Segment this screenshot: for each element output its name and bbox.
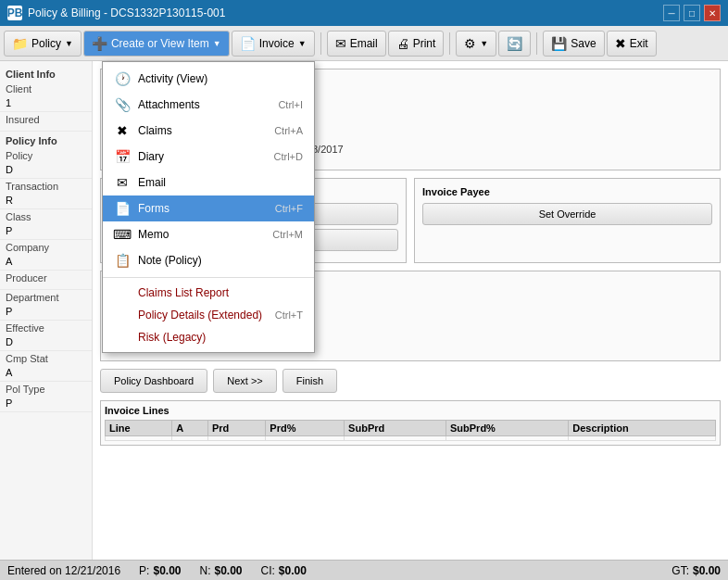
- column-header-prd: Prd: [207, 421, 265, 436]
- menu-label-6: Memo: [138, 228, 265, 241]
- p-value: $0.00: [153, 564, 181, 577]
- transaction-value: R: [0, 194, 92, 209]
- save-icon: 💾: [551, 36, 567, 51]
- exit-button[interactable]: ✖ Exit: [607, 31, 657, 57]
- minimize-button[interactable]: ─: [663, 5, 680, 21]
- policy-button[interactable]: 📁 Policy ▼: [4, 31, 82, 57]
- finish-button[interactable]: Finish: [282, 369, 337, 393]
- title-bar: PB Policy & Billing - DCS1332P130115-001…: [0, 0, 728, 26]
- menu-shortcut-1: Ctrl+I: [278, 99, 303, 110]
- menu-item-attachments[interactable]: 📎AttachmentsCtrl+I: [103, 92, 314, 118]
- menu-label-1: Attachments: [138, 98, 270, 111]
- transaction-label: Transaction: [0, 179, 92, 194]
- menu-item-risk-legacy-[interactable]: Risk (Legacy): [103, 326, 314, 348]
- policy-info-header: Policy Info: [0, 132, 92, 148]
- close-button[interactable]: ✕: [704, 5, 721, 21]
- menu-shortcut-5: Ctrl+F: [275, 203, 303, 214]
- menu-label-0: Activity (View): [138, 72, 303, 85]
- menu-item-forms[interactable]: 📄FormsCtrl+F: [103, 195, 314, 221]
- app-icon: PB: [7, 6, 22, 20]
- dropdown-menu: 🕐Activity (View)📎AttachmentsCtrl+I✖Claim…: [102, 61, 315, 353]
- column-header-line: Line: [106, 421, 172, 436]
- menu-label-9: Policy Details (Extended): [138, 309, 268, 322]
- policy-dashboard-button[interactable]: Policy Dashboard: [100, 369, 207, 393]
- menu-shortcut-9: Ctrl+T: [275, 309, 303, 321]
- cmp-stat-value: A: [0, 366, 92, 382]
- email-button[interactable]: ✉ Email: [327, 31, 386, 57]
- menu-item-diary[interactable]: 📅DiaryCtrl+D: [103, 144, 314, 170]
- invoice-icon: 📄: [240, 36, 256, 51]
- class-label: Class: [0, 209, 92, 224]
- menu-item-note-policy-[interactable]: 📋Note (Policy): [103, 247, 314, 273]
- refresh-icon: 🔄: [507, 36, 522, 51]
- menu-label-7: Note (Policy): [138, 254, 303, 267]
- class-value: P: [0, 224, 92, 240]
- separator-2: [449, 32, 450, 55]
- ci-value: $0.00: [279, 564, 307, 577]
- cmp-stat-label: Cmp Stat: [0, 351, 92, 366]
- gt-status: GT: $0.00: [672, 564, 721, 577]
- menu-icon-0: 🕐: [114, 70, 131, 87]
- invoice-payee-title: Invoice Payee: [422, 186, 712, 197]
- ci-status: CI: $0.00: [261, 564, 307, 577]
- menu-icon-4: ✉: [114, 174, 131, 191]
- table-row: [106, 436, 716, 441]
- policy-icon: 📁: [12, 36, 28, 51]
- company-value: A: [0, 255, 92, 271]
- client-value: 1: [0, 96, 92, 112]
- department-value: P: [0, 305, 92, 321]
- policy-label: Policy: [0, 148, 92, 163]
- menu-item-claims-list-report[interactable]: Claims List Report: [103, 282, 314, 304]
- gt-value: $0.00: [693, 564, 721, 577]
- menu-item-claims[interactable]: ✖ClaimsCtrl+A: [103, 118, 314, 144]
- toolbar: 📁 Policy ▼ ➕ Create or View Item ▼ 📄 Inv…: [0, 26, 728, 61]
- next-button[interactable]: Next >>: [213, 369, 277, 393]
- exit-icon: ✖: [615, 36, 626, 51]
- menu-item-email[interactable]: ✉Email: [103, 170, 314, 195]
- email-icon: ✉: [335, 36, 346, 51]
- refresh-button[interactable]: 🔄: [498, 31, 531, 57]
- menu-shortcut-2: Ctrl+A: [274, 125, 303, 136]
- left-panel: Client Info Client 1 Insured Policy Info…: [0, 61, 93, 560]
- menu-shortcut-3: Ctrl+D: [274, 151, 303, 162]
- settings-button[interactable]: ⚙ ▼: [456, 31, 496, 57]
- separator-3: [536, 32, 537, 55]
- menu-item-memo[interactable]: ⌨MemoCtrl+M: [103, 221, 314, 247]
- plus-icon: ➕: [92, 36, 107, 51]
- invoice-button[interactable]: 📄 Invoice ▼: [232, 31, 315, 57]
- pol-type-value: P: [0, 397, 92, 412]
- menu-item-activity-view-[interactable]: 🕐Activity (View): [103, 66, 314, 92]
- gear-icon: ⚙: [464, 36, 476, 51]
- print-button[interactable]: 🖨 Print: [388, 31, 445, 57]
- n-status: N: $0.00: [199, 564, 242, 577]
- department-label: Department: [0, 290, 92, 305]
- p-status: P: $0.00: [139, 564, 181, 577]
- set-override-button[interactable]: Set Override: [422, 203, 712, 225]
- insured-label: Insured: [0, 112, 92, 127]
- save-button[interactable]: 💾 Save: [543, 31, 604, 57]
- effective-value: D: [0, 335, 92, 351]
- column-header-description: Description: [569, 421, 716, 436]
- effective-label: Effective: [0, 321, 92, 335]
- column-header-prd%: Prd%: [266, 421, 345, 436]
- company-label: Company: [0, 240, 92, 255]
- producer-label: Producer: [0, 271, 92, 285]
- invoice-lines-section: Invoice Lines LineAPrdPrd%SubPrdSubPrd%D…: [100, 400, 721, 446]
- policy-value: D: [0, 163, 92, 179]
- menu-icon-7: 📋: [114, 252, 131, 269]
- entered-date: Entered on 12/21/2016: [7, 564, 120, 577]
- menu-icon-2: ✖: [114, 122, 131, 139]
- column-header-a: A: [172, 421, 208, 436]
- maximize-button[interactable]: □: [684, 5, 700, 21]
- create-view-button[interactable]: ➕ Create or View Item ▼: [83, 31, 230, 57]
- menu-item-policy-details-extended-[interactable]: Policy Details (Extended)Ctrl+T: [103, 304, 314, 326]
- invoice-lines-table: LineAPrdPrd%SubPrdSubPrd%Description: [105, 420, 716, 441]
- separator-1: [320, 32, 321, 55]
- client-info-header: Client Info: [0, 65, 92, 82]
- menu-icon-3: 📅: [114, 148, 131, 165]
- menu-label-10: Risk (Legacy): [138, 331, 303, 344]
- column-header-subprd: SubPrd: [345, 421, 446, 436]
- pol-type-label: Pol Type: [0, 382, 92, 397]
- client-label: Client: [0, 82, 92, 96]
- n-value: $0.00: [214, 564, 242, 577]
